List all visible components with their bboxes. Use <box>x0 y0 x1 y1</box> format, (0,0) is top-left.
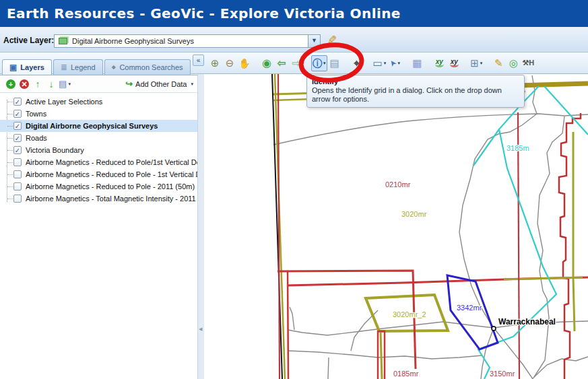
tool-next-extent[interactable]: ⇨ <box>289 55 304 71</box>
layer-checkbox[interactable]: ✓ <box>13 110 22 118</box>
layer-checkbox[interactable]: ✓ <box>13 134 22 142</box>
layer-tree-item[interactable]: ✓Towns <box>0 108 197 120</box>
tool-search[interactable]: ⌖ <box>350 55 364 71</box>
tool-select-by-rectangle[interactable]: ▭▾ <box>372 55 388 71</box>
remove-layer-button[interactable]: ✕ <box>18 78 31 90</box>
move-layer-down-button[interactable]: ↓ <box>44 78 58 90</box>
layer-checkbox[interactable]: ✓ <box>13 122 22 130</box>
identify-tooltip: Identify Opens the Identify grid in a di… <box>306 75 525 108</box>
layer-label[interactable]: Roads <box>26 134 47 142</box>
dropdown-caret-icon[interactable]: ▾ <box>68 81 71 87</box>
sidebar-tabs: ▣Layers≣Legend⌖Common Searches <box>0 59 197 75</box>
table-icon: ⊞ <box>470 58 479 68</box>
tab-legend[interactable]: ≣Legend <box>53 59 103 75</box>
collapse-panel-arrow-icon[interactable]: ◀ <box>199 326 202 332</box>
tool-zoom-to-xy[interactable]: xy <box>447 55 461 71</box>
layer-tree-item[interactable]: ✓Victoria Boundary <box>0 144 197 156</box>
layer-label[interactable]: Victoria Boundary <box>26 146 84 154</box>
dropdown-caret-icon[interactable]: ▾ <box>191 81 193 87</box>
dropdown-caret-icon[interactable]: ▾ <box>480 61 483 66</box>
x-circle-icon: ✕ <box>20 79 29 89</box>
tooltip-title: Identify <box>312 77 519 85</box>
plus-circle-icon: + <box>6 79 15 89</box>
sheet-icon: ▤ <box>329 58 339 68</box>
add-layer-button[interactable]: + <box>4 78 18 90</box>
move-layer-up-button[interactable]: ↑ <box>31 78 44 90</box>
layer-tree-item[interactable]: ✓Active Layer Selections <box>0 96 197 108</box>
tool-identify[interactable]: ⓘ▾ <box>311 55 327 71</box>
layers-icon: ▣ <box>9 63 17 72</box>
info-circle-icon: ⓘ <box>313 59 322 68</box>
tooltip-body: Opens the Identify grid in a dialog. Cli… <box>312 86 519 104</box>
layer-label[interactable]: Airborne Magnetics - Reduced to Pole - 1… <box>26 170 197 178</box>
arrow-right-icon: ⇨ <box>292 58 301 68</box>
layer-checkbox[interactable] <box>13 170 22 178</box>
layer-tree-item[interactable]: Airborne Magnetics - Reduced to Pole - 1… <box>0 168 197 180</box>
gold-band-line <box>517 83 588 85</box>
globe-icon: ◉ <box>262 58 271 69</box>
panel-splitter[interactable]: ◀ <box>197 74 204 379</box>
tool-go-to-xy[interactable]: xy <box>432 55 447 71</box>
layer-options-button[interactable]: ▤▾ <box>58 78 71 90</box>
tab-layers[interactable]: ▣Layers <box>2 59 52 75</box>
combobox-dropdown-button[interactable]: ▼ <box>308 35 320 47</box>
magnifier-plus-icon: ⊕ <box>211 58 220 68</box>
layers-panel: +✕↑↓▤▾↪Add Other Data▾ ✓Active Layer Sel… <box>0 75 197 379</box>
app-title: Earth Resources - GeoVic - Explore Victo… <box>0 0 588 27</box>
tool-zoom-out[interactable]: ⊖ <box>222 55 237 71</box>
add-other-data-button[interactable]: ↪Add Other Data▾ <box>125 79 193 88</box>
tab-label: Legend <box>71 63 96 71</box>
survey-red-layer <box>277 113 588 379</box>
layer-checkbox[interactable]: ✓ <box>13 146 22 154</box>
map-label-0210mr: 0210mr <box>385 180 411 188</box>
tool-data-grid[interactable]: ⊞▾ <box>469 55 484 71</box>
sidebar: ▣Layers≣Legend⌖Common Searches +✕↑↓▤▾↪Ad… <box>0 59 197 379</box>
dropdown-caret-icon[interactable]: ▾ <box>323 61 326 66</box>
edit-active-layer-icon[interactable]: ✎ <box>327 33 337 47</box>
layer-label[interactable]: Digital Airborne Geophysical Surveys <box>26 122 158 130</box>
layer-checkbox[interactable] <box>13 158 22 166</box>
tool-select-by-pointer[interactable]: ➤▾ <box>387 55 402 71</box>
layer-checkbox[interactable]: ✓ <box>13 98 22 106</box>
binoculars-icon: ⌖ <box>354 58 359 68</box>
map-label-3020mr_2: 3020mr_2 <box>393 310 426 318</box>
pencil-icon: ✎ <box>494 58 503 68</box>
active-layer-bar: Active Layer: Digital Airborne Geophysic… <box>0 27 588 53</box>
layer-checkbox[interactable] <box>13 195 22 203</box>
add-data-icon: ↪ <box>125 79 133 88</box>
tool-zoom-full-extent[interactable]: ◉ <box>259 55 274 71</box>
layer-checkbox[interactable] <box>13 182 22 191</box>
layer-label[interactable]: Airborne Magnetics - Reduced to Pole - 2… <box>26 182 195 191</box>
layer-label[interactable]: Active Layer Selections <box>26 98 102 106</box>
map-label-warracknabeal: Warracknabeal <box>498 317 556 326</box>
rectangle-icon: ▭ <box>373 58 383 68</box>
layer-tree-item[interactable]: Airborne Magnetics - Reduced to Pole/1st… <box>0 156 197 168</box>
layer-label[interactable]: Airborne Magnetics - Reduced to Pole/1st… <box>26 158 197 166</box>
tool-borehole-tool[interactable]: ⚒H <box>521 55 535 71</box>
layer-tree-item[interactable]: ✓Digital Airborne Geophysical Surveys <box>0 120 197 132</box>
active-layer-combobox[interactable]: Digital Airborne Geophysical Surveys ▼ <box>54 34 321 48</box>
magnifier-ring-icon: ◎ <box>509 58 518 68</box>
tool-previous-extent[interactable]: ⇦ <box>274 55 289 71</box>
tool-magnifier-window[interactable]: ◎ <box>506 55 521 71</box>
dropdown-caret-icon[interactable]: ▾ <box>384 61 387 66</box>
tool-select-region[interactable]: ▦ <box>410 55 424 71</box>
layer-tree-item[interactable]: ✓Roads <box>0 132 197 144</box>
layer-tree-item[interactable]: Airborne Magnetics - Total Magnetic Inte… <box>0 193 197 205</box>
map-label-3020mr: 3020mr <box>401 210 427 218</box>
layer-tree-item[interactable]: Airborne Magnetics - Reduced to Pole - 2… <box>0 180 197 193</box>
layer-swatch-icon <box>59 38 67 44</box>
region-square-icon: ▦ <box>412 58 422 68</box>
tool-markup-tools[interactable]: ✎ <box>491 55 506 71</box>
map-label-3342mr: 3342mr <box>457 304 482 312</box>
map-viewport[interactable]: 3186m3185m0210mr3020mr3342mr3020mr_2Warr… <box>204 74 588 379</box>
active-layer-label: Active Layer: <box>3 36 54 45</box>
pointer-icon: ➤ <box>388 58 399 68</box>
tool-zoom-in[interactable]: ⊕ <box>207 55 222 71</box>
layer-label[interactable]: Airborne Magnetics - Total Magnetic Inte… <box>26 195 197 203</box>
tool-pan[interactable]: ✋ <box>237 55 252 71</box>
xy-globe-icon: xy <box>435 59 444 67</box>
tool-identify-results[interactable]: ▤ <box>327 55 342 71</box>
layer-label[interactable]: Towns <box>26 110 46 118</box>
tab-common-searches[interactable]: ⌖Common Searches <box>104 59 191 75</box>
